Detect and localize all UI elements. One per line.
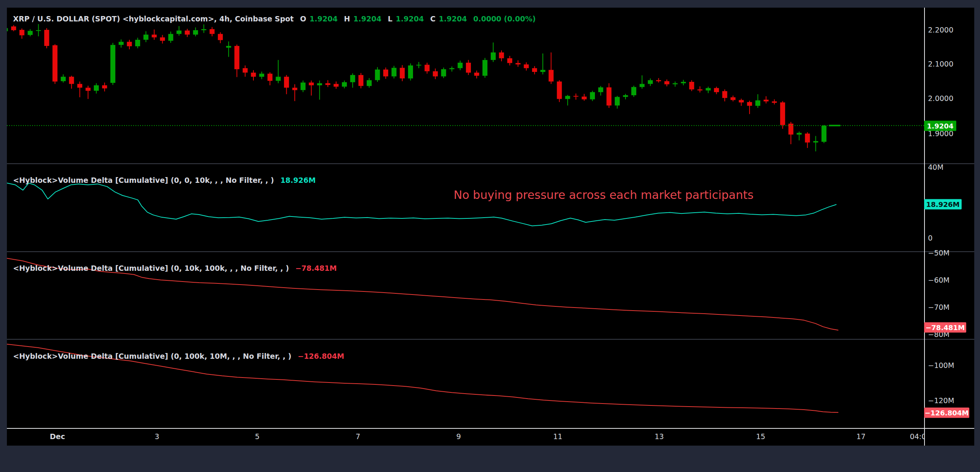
last-price-badge: 1.9204 — [924, 121, 956, 131]
price-axis-label: 2.0000 — [928, 94, 953, 103]
price-axis-label: 2.2000 — [928, 26, 953, 34]
symbol-title[interactable]: XRP / U.S. DOLLAR (SPOT) <hyblockcapital… — [13, 15, 294, 23]
annotation-text[interactable]: No buying pressure across each market pa… — [454, 188, 753, 202]
price-axis-label: 2.1000 — [928, 60, 953, 68]
time-axis-label: Dec — [50, 432, 65, 441]
indicator-title[interactable]: <Hyblock>Volume Delta [Cumulative] (0, 1… — [13, 264, 289, 272]
symbol-legend[interactable]: XRP / U.S. DOLLAR (SPOT) <hyblockcapital… — [13, 15, 539, 23]
indicator-title[interactable]: <Hyblock>Volume Delta [Cumulative] (0, 0… — [13, 176, 274, 184]
close-value: 1.9204 — [439, 15, 467, 23]
time-axis-label: 3 — [155, 432, 159, 441]
indicator-legend-vd-10k[interactable]: <Hyblock>Volume Delta [Cumulative] (0, 0… — [13, 176, 320, 184]
tradingview-chart-window: XRP / U.S. DOLLAR (SPOT) <hyblockcapital… — [0, 0, 980, 472]
panel-separator[interactable] — [7, 339, 974, 340]
indicator-value: −126.804M — [298, 352, 344, 360]
indicator-legend-vd-10m[interactable]: <Hyblock>Volume Delta [Cumulative] (0, 1… — [13, 352, 348, 360]
indicator-value: 18.926M — [280, 176, 315, 184]
price-axis-label: −60M — [928, 276, 950, 284]
indicator-value-badge-red-1: −78.481M — [924, 322, 966, 333]
indicator-value: −78.481M — [295, 264, 336, 272]
time-axis-label: 11 — [553, 432, 562, 441]
indicator-legend-vd-100k[interactable]: <Hyblock>Volume Delta [Cumulative] (0, 1… — [13, 264, 341, 272]
price-axis-label: −120M — [928, 396, 954, 405]
time-axis-label: 15 — [756, 432, 765, 441]
price-axis-label: 40M — [928, 163, 944, 171]
indicator-title[interactable]: <Hyblock>Volume Delta [Cumulative] (0, 1… — [13, 352, 291, 360]
panel-separator[interactable] — [7, 163, 974, 164]
indicator-value-badge-red-2: −126.804M — [924, 408, 969, 418]
panel-separator[interactable] — [7, 251, 974, 252]
low-value: 1.9204 — [396, 15, 424, 23]
open-value: 1.9204 — [310, 15, 338, 23]
time-axis-label: 17 — [856, 432, 866, 441]
time-axis-label: 7 — [356, 432, 360, 441]
low-label: L — [388, 15, 392, 23]
price-axis-label: −70M — [928, 303, 950, 311]
indicator-value-badge-teal: 18.926M — [924, 199, 962, 210]
time-axis-label: 13 — [655, 432, 664, 441]
price-axis-label: −100M — [928, 361, 954, 369]
chart-plot-surface[interactable] — [0, 0, 980, 472]
time-axis-label: 9 — [456, 432, 461, 441]
high-value: 1.9204 — [353, 15, 381, 23]
close-label: C — [430, 15, 436, 23]
bottom-toolbar: TradingView — [0, 446, 980, 472]
change-value: 0.0000 (0.00%) — [473, 15, 536, 23]
price-axis-label: 0 — [928, 234, 933, 242]
price-axis-label: −50M — [928, 249, 950, 257]
high-label: H — [344, 15, 350, 23]
open-label: O — [300, 15, 306, 23]
time-axis[interactable]: Dec35791113151704:0 — [7, 429, 924, 446]
time-axis-label: 5 — [255, 432, 260, 441]
time-axis-label: 04:0 — [910, 432, 924, 441]
price-axis-border — [924, 8, 925, 446]
